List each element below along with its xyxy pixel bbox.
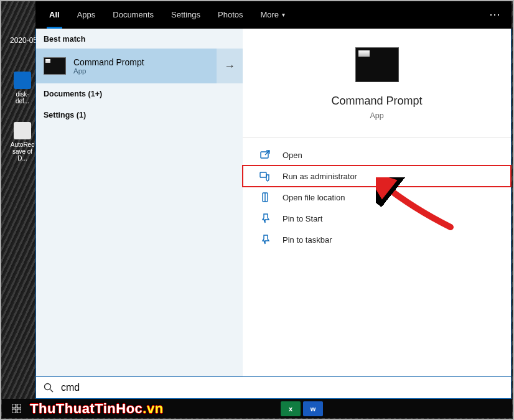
pin-taskbar-icon (259, 233, 271, 246)
best-match-header: Best match (36, 29, 243, 49)
chevron-down-icon: ▾ (282, 11, 285, 18)
watermark: ThuThuatTinHoc.vn (30, 401, 164, 417)
admin-shield-icon (259, 170, 271, 182)
tab-more[interactable]: More ▾ (251, 0, 294, 29)
tab-settings[interactable]: Settings (162, 0, 209, 29)
desktop-icon-disk[interactable]: disk-def... (10, 72, 35, 105)
tab-all[interactable]: All (40, 0, 68, 29)
search-icon (42, 381, 55, 394)
svg-rect-5 (17, 404, 21, 408)
taskbar-app-word[interactable]: w (303, 401, 323, 416)
search-tabs: All Apps Documents Settings Photos More … (35, 0, 512, 29)
command-prompt-preview-icon (355, 47, 399, 82)
svg-point-3 (45, 384, 51, 390)
more-options-button[interactable]: ⋯ (489, 0, 502, 29)
best-match-sub: App (73, 67, 217, 75)
action-open[interactable]: Open (243, 144, 511, 166)
start-button[interactable] (2, 399, 30, 418)
preview-title: Command Prompt (331, 95, 422, 108)
annotation-arrow-icon (376, 177, 463, 240)
results-panel: Best match Command Prompt App → Document… (36, 29, 243, 376)
tab-documents[interactable]: Documents (104, 0, 162, 29)
tab-photos[interactable]: Photos (209, 0, 251, 29)
taskbar-app-excel[interactable]: x (281, 401, 301, 416)
best-match-command-prompt[interactable]: Command Prompt App → (36, 49, 243, 83)
search-box (35, 376, 512, 399)
desktop-icon-autorec[interactable]: AutoRec save of D... (10, 122, 35, 162)
svg-rect-7 (17, 409, 21, 413)
folder-icon (259, 191, 271, 203)
expand-arrow-icon[interactable]: → (217, 49, 243, 83)
svg-rect-6 (12, 409, 16, 413)
svg-rect-1 (260, 172, 266, 177)
best-match-title: Command Prompt (73, 57, 217, 67)
tab-apps[interactable]: Apps (68, 0, 105, 29)
category-settings[interactable]: Settings (1) (36, 105, 243, 126)
preview-sub: App (370, 111, 383, 120)
command-prompt-icon (44, 57, 66, 75)
search-input[interactable] (61, 382, 511, 393)
svg-rect-4 (12, 404, 16, 408)
open-icon (259, 149, 271, 161)
pin-icon (259, 212, 271, 225)
category-documents[interactable]: Documents (1+) (36, 83, 243, 105)
